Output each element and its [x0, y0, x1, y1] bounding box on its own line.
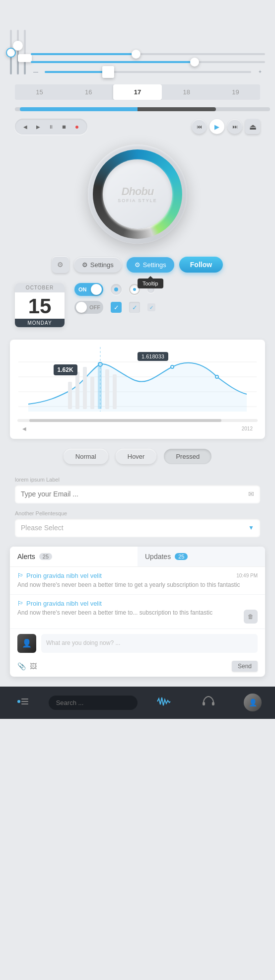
svg-rect-18: [21, 703, 28, 704]
normal-button[interactable]: Normal: [64, 449, 108, 464]
prev-button[interactable]: ◀: [20, 121, 31, 132]
nav-search-wrap[interactable]: [45, 696, 141, 710]
notif-tabs: Alerts 25 Updates 25: [10, 547, 265, 567]
form-section: lorem ipsum Label ✉ Another Pellentesque…: [10, 477, 265, 537]
button-states-section: Normal Hover Pressed: [10, 449, 265, 464]
h-slider-1[interactable]: [31, 53, 265, 55]
nav-waveform-item[interactable]: [141, 687, 186, 719]
waveform-icon: [156, 696, 171, 710]
settings-light-button[interactable]: ⚙ Settings: [74, 257, 122, 273]
knob-outer[interactable]: Dhobu SOFIA STYLE: [88, 144, 187, 244]
notif-title-2: 🏳 Proin gravida nibh vel velit: [17, 600, 102, 607]
calendar-month: OCTOBER: [15, 283, 65, 292]
svg-rect-14: [113, 374, 117, 409]
toggle-on-thumb: [91, 284, 102, 295]
comment-placeholder: What are you doing now? ...: [46, 639, 120, 646]
eject-button[interactable]: ⏏: [245, 119, 260, 134]
notifications-panel: Alerts 25 Updates 25 🏳 Proin gravida nib…: [10, 547, 265, 677]
send-button[interactable]: Send: [232, 661, 258, 672]
image-icon[interactable]: 🖼: [30, 662, 37, 670]
stepper-item-2[interactable]: 17: [113, 84, 162, 100]
checkbox-2[interactable]: ✓: [129, 302, 140, 313]
record-button[interactable]: ●: [71, 121, 82, 132]
alerts-tab-label: Alerts: [17, 553, 35, 560]
sliders-section: — +: [10, 10, 265, 74]
calendar: OCTOBER 15 MONDAY: [15, 283, 65, 327]
stepper-item-3[interactable]: 18: [162, 84, 211, 100]
knob-ring: Dhobu SOFIA STYLE: [93, 149, 182, 239]
select-arrow-icon: ▼: [248, 524, 254, 531]
calendar-day: 15: [15, 292, 65, 319]
chart-container: 1.618033 1.62K: [17, 347, 258, 417]
search-input[interactable]: [49, 696, 138, 710]
svg-point-15: [17, 700, 20, 703]
skip-next-button[interactable]: ⏭: [227, 119, 242, 134]
knob-brand: Dhobu: [122, 185, 154, 198]
hover-button[interactable]: Hover: [116, 449, 157, 464]
settings-active-button[interactable]: ⚙ Settings Tooltip: [127, 257, 174, 273]
knob-subtitle: SOFIA STYLE: [118, 198, 157, 203]
number-stepper[interactable]: 15 16 17 18 19: [10, 84, 265, 100]
attachment-icon[interactable]: 📎: [17, 662, 26, 670]
vertical-sliders: [10, 10, 26, 74]
chart-tooltip: 1.618033: [138, 352, 168, 361]
notif-item-1: 🏳 Proin gravida nibh vel velit 10:49 PM …: [10, 567, 265, 595]
nav-menu-item[interactable]: [0, 687, 45, 719]
email-input-wrap[interactable]: ✉: [15, 485, 260, 503]
vertical-slider-3[interactable]: [24, 15, 26, 74]
email-input[interactable]: [21, 490, 248, 498]
checkbox-row: ✓ ✓ ✓: [111, 302, 155, 313]
skip-prev-button[interactable]: ⏮: [192, 119, 206, 134]
alerts-tab[interactable]: Alerts 25: [10, 547, 138, 566]
knob-section[interactable]: Dhobu SOFIA STYLE: [10, 144, 265, 244]
headphone-icon: [202, 696, 215, 710]
stepper-item-4[interactable]: 19: [211, 84, 260, 100]
updates-tab[interactable]: Updates 25: [138, 547, 265, 566]
tooltip: Tooltip: [138, 279, 163, 288]
menu-icon: [16, 697, 28, 708]
svg-rect-9: [75, 372, 79, 409]
calendar-weekday: MONDAY: [15, 319, 65, 327]
svg-rect-10: [83, 367, 87, 409]
pressed-button[interactable]: Pressed: [164, 449, 211, 464]
nav-headphone-item[interactable]: [186, 687, 231, 719]
svg-rect-20: [212, 702, 214, 705]
chart-scrollbar[interactable]: [17, 419, 258, 422]
comment-area: 👤 What are you doing now? ...: [10, 629, 265, 658]
stepper-item-0[interactable]: 15: [15, 84, 64, 100]
play-button-2[interactable]: ▶: [209, 119, 224, 134]
updates-tab-label: Updates: [145, 553, 171, 560]
h-slider-3[interactable]: — +: [31, 69, 265, 74]
gear-icon-button[interactable]: ⚙: [52, 256, 69, 273]
knob-inner: Dhobu SOFIA STYLE: [103, 159, 172, 229]
updates-badge: 25: [175, 553, 188, 560]
chart-label-right: 2012: [242, 426, 253, 431]
toggle-on[interactable]: ON: [74, 283, 103, 296]
bottom-nav: 👤: [0, 687, 275, 719]
toggle-off[interactable]: OFF: [74, 301, 103, 314]
checkbox-1[interactable]: ✓: [111, 302, 122, 313]
delete-button[interactable]: 🗑: [244, 610, 258, 624]
select-wrap[interactable]: Please Select ▼: [15, 519, 260, 537]
vertical-slider-2[interactable]: [17, 15, 19, 74]
follow-button[interactable]: Follow: [179, 257, 223, 273]
progress-bar: [15, 107, 270, 111]
stop-button[interactable]: ⏹: [59, 121, 69, 132]
h-slider-2[interactable]: [31, 61, 265, 63]
nav-avatar-item[interactable]: 👤: [230, 687, 275, 719]
notif-flag-icon-2: 🏳: [17, 600, 24, 607]
toggle-off-thumb: [76, 302, 87, 313]
checkbox-3[interactable]: ✓: [147, 303, 155, 311]
stepper-item-1[interactable]: 16: [64, 84, 113, 100]
nav-user-avatar: 👤: [244, 694, 262, 711]
play-button[interactable]: ▶: [33, 121, 44, 132]
radio-btn-1-selected[interactable]: [111, 284, 122, 295]
svg-rect-11: [90, 377, 94, 409]
vertical-slider-1[interactable]: [10, 15, 12, 74]
pause-button[interactable]: ⏸: [46, 121, 57, 132]
svg-rect-12: [98, 362, 102, 409]
svg-rect-16: [21, 699, 28, 700]
comment-icons: 📎 🖼: [17, 662, 37, 670]
media-controls: ◀ ▶ ⏸ ⏹ ● ⏮ ▶ ⏭ ⏏: [10, 119, 265, 135]
svg-point-7: [215, 375, 218, 378]
